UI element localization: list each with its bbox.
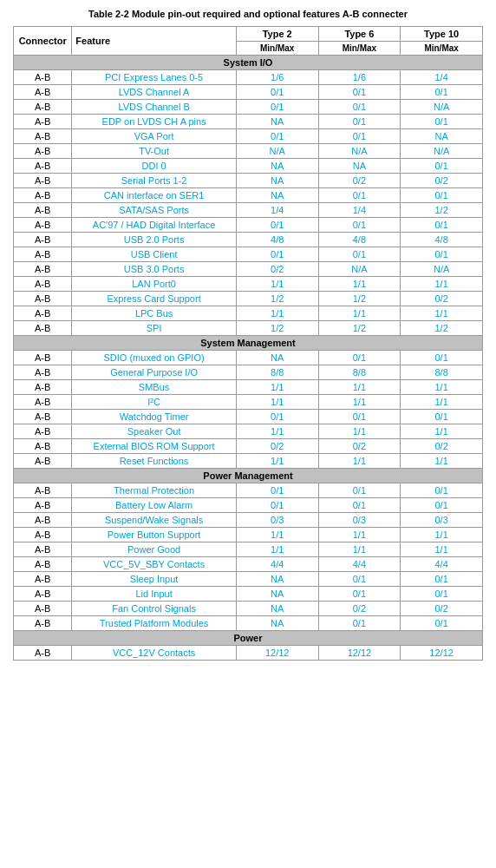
type10-value: 1/2 (401, 203, 483, 218)
type6-value: 12/12 (318, 646, 401, 661)
table-row: System I/O (14, 56, 483, 70)
col-header-feature: Feature (72, 27, 236, 56)
type10-value: 1/1 (401, 424, 483, 439)
feature-cell: USB 3.0 Ports (72, 262, 236, 277)
feature-cell: AC'97 / HAD Digital Interface (72, 218, 236, 233)
type10-value: 12/12 (401, 646, 483, 661)
connector-cell: A-B (14, 483, 72, 498)
type10-value: N/A (401, 100, 483, 115)
type6-value: 0/1 (318, 483, 401, 498)
table-row: A-BAC'97 / HAD Digital Interface0/10/10/… (14, 218, 483, 233)
feature-cell: USB Client (72, 247, 236, 262)
table-row: A-BSMBus1/11/11/1 (14, 380, 483, 395)
type10-value: 0/1 (401, 483, 483, 498)
type6-value: 0/1 (318, 616, 401, 631)
connector-cell: A-B (14, 262, 72, 277)
connector-cell: A-B (14, 498, 72, 513)
type6-value: 1/1 (318, 380, 401, 395)
table-row: A-BUSB 3.0 Ports0/2N/AN/A (14, 262, 483, 277)
feature-cell: Battery Low Alarm (72, 498, 236, 513)
feature-cell: SDIO (muxed on GPIO) (72, 351, 236, 365)
type10-value: 0/2 (401, 602, 483, 616)
type10-value: 0/1 (401, 498, 483, 513)
feature-cell: LVDS Channel A (72, 85, 236, 100)
type6-value: 1/1 (318, 542, 401, 557)
type2-value: 0/1 (236, 129, 318, 144)
type2-value: 1/2 (236, 321, 318, 336)
feature-cell: VCC_5V_SBY Contacts (72, 557, 236, 572)
table-row: Power (14, 631, 483, 646)
type2-value: 4/4 (236, 557, 318, 572)
type2-value: 1/2 (236, 292, 318, 306)
table-row: A-BI²C1/11/11/1 (14, 395, 483, 410)
type2-value: 0/1 (236, 483, 318, 498)
table-row: A-BVCC_5V_SBY Contacts4/44/44/4 (14, 557, 483, 572)
table-row: A-BThermal Protection0/10/10/1 (14, 483, 483, 498)
type2-value: 0/1 (236, 100, 318, 115)
feature-cell: Serial Ports 1-2 (72, 174, 236, 188)
type6-value: 0/1 (318, 410, 401, 424)
type6-value: 1/1 (318, 306, 401, 321)
table-row: A-BReset Functions1/11/11/1 (14, 454, 483, 469)
table-row: A-BGeneral Purpose I/O8/88/88/8 (14, 365, 483, 380)
feature-cell: SPI (72, 321, 236, 336)
type10-value: 1/1 (401, 306, 483, 321)
table-row: A-BPower Button Support1/11/11/1 (14, 528, 483, 542)
table-row: A-BSPI1/21/21/2 (14, 321, 483, 336)
type2-value: 12/12 (236, 646, 318, 661)
type10-value: 1/4 (401, 70, 483, 85)
type6-value: 1/1 (318, 395, 401, 410)
type2-value: NA (236, 572, 318, 587)
type2-value: 0/1 (236, 410, 318, 424)
connector-cell: A-B (14, 203, 72, 218)
feature-cell: Power Button Support (72, 528, 236, 542)
type10-value: 1/1 (401, 277, 483, 292)
feature-cell: LPC Bus (72, 306, 236, 321)
feature-cell: I²C (72, 395, 236, 410)
type6-value: NA (318, 159, 401, 174)
type6-value: 0/1 (318, 498, 401, 513)
feature-cell: Power Good (72, 542, 236, 557)
type10-value: 0/1 (401, 410, 483, 424)
type6-value: 0/1 (318, 247, 401, 262)
table-row: A-BLVDS Channel B0/10/1N/A (14, 100, 483, 115)
type2-value: 1/1 (236, 528, 318, 542)
connector-cell: A-B (14, 380, 72, 395)
section-header: Power (14, 631, 483, 646)
connector-cell: A-B (14, 233, 72, 247)
connector-cell: A-B (14, 351, 72, 365)
connector-cell: A-B (14, 424, 72, 439)
type6-value: 1/1 (318, 424, 401, 439)
type10-value: 0/1 (401, 616, 483, 631)
feature-cell: Speaker Out (72, 424, 236, 439)
connector-cell: A-B (14, 513, 72, 528)
type2-value: NA (236, 616, 318, 631)
type10-value: N/A (401, 144, 483, 159)
feature-cell: DDI 0 (72, 159, 236, 174)
feature-cell: PCI Express Lanes 0-5 (72, 70, 236, 85)
main-table: Connector Feature Type 2 Type 6 Type 10 … (13, 26, 483, 661)
table-row: A-BExpress Card Support1/21/20/2 (14, 292, 483, 306)
connector-cell: A-B (14, 439, 72, 454)
col-header-type10: Type 10 (401, 27, 483, 42)
type10-value: 1/1 (401, 528, 483, 542)
type2-value: 1/1 (236, 380, 318, 395)
type10-value: 0/2 (401, 292, 483, 306)
connector-cell: A-B (14, 365, 72, 380)
connector-cell: A-B (14, 410, 72, 424)
feature-cell: EDP on LVDS CH A pins (72, 115, 236, 129)
feature-cell: VCC_12V Contacts (72, 646, 236, 661)
table-row: A-BTrusted Platform ModulesNA0/10/1 (14, 616, 483, 631)
type2-value: 0/1 (236, 247, 318, 262)
type10-value: N/A (401, 262, 483, 277)
type2-value: 0/1 (236, 498, 318, 513)
type2-value: 0/2 (236, 439, 318, 454)
type10-value: 1/2 (401, 321, 483, 336)
type6-value: 0/1 (318, 100, 401, 115)
connector-cell: A-B (14, 70, 72, 85)
type2-value: 1/1 (236, 542, 318, 557)
type6-value: 0/1 (318, 572, 401, 587)
table-row: A-BUSB Client0/10/10/1 (14, 247, 483, 262)
type2-value: NA (236, 602, 318, 616)
type2-value: 0/1 (236, 218, 318, 233)
